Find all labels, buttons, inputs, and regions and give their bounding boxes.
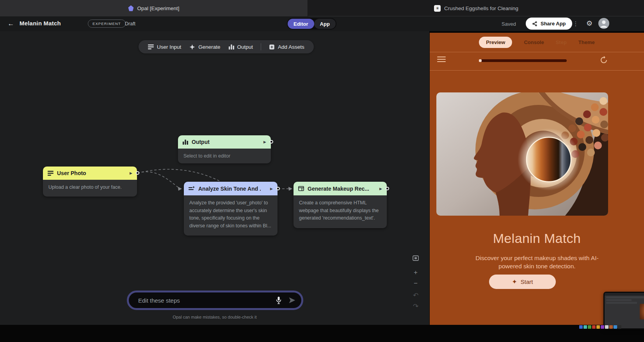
thumbnail-content [606, 296, 644, 298]
mic-icon[interactable] [275, 296, 283, 305]
divider [430, 70, 644, 71]
share-icon [532, 21, 537, 27]
app-header: ← Melanin Match EXPERIMENT Draft Editor … [0, 16, 644, 31]
tab-console[interactable]: Console [524, 39, 544, 45]
tab-title: Opal [Experiment] [137, 5, 179, 11]
start-label: Start [521, 278, 533, 285]
node-user-photo[interactable]: User Photo ▶ Upload a clear photo of you… [43, 167, 137, 197]
progress-handle[interactable] [479, 59, 482, 62]
bottom-black-band [0, 325, 644, 342]
send-icon[interactable] [288, 296, 296, 304]
thumbnail-color-strip [579, 325, 621, 329]
node-output[interactable]: Output ▶ Select to edit in editor [178, 135, 271, 163]
saved-status: Saved [502, 21, 516, 27]
disclaimer-text: Opal can make mistakes, so double-check … [0, 315, 429, 319]
run-node-icon[interactable]: ▶ [270, 187, 273, 191]
chatgpt-logo-icon: ✳ [434, 5, 441, 12]
node-title: Generate Makeup Rec... [308, 186, 369, 192]
node-description: Analyze the provided 'user_photo' to acc… [184, 195, 278, 236]
composer-input[interactable]: Edit these steps [138, 297, 275, 304]
node-description: Create a comprehensive HTML webpage that… [294, 195, 387, 228]
reload-icon[interactable] [599, 55, 608, 65]
tab-step[interactable]: Step [556, 39, 567, 45]
tab-app[interactable]: App [314, 19, 336, 29]
text-magic-icon [189, 186, 195, 191]
app-preview-title: Melanin Match [430, 231, 644, 246]
browser-tab-chatgpt[interactable]: ✳ Crushed Eggshells for Cleaning [308, 0, 644, 16]
tab-theme[interactable]: Theme [578, 39, 595, 45]
node-title: Output [192, 139, 210, 145]
output-port[interactable] [276, 187, 280, 190]
screen-thumbnail[interactable] [603, 292, 644, 330]
run-node-icon[interactable]: ▶ [379, 187, 382, 191]
progress-bar[interactable] [479, 59, 567, 62]
menu-hamburger-icon[interactable] [437, 57, 446, 64]
fit-view-icon[interactable] [411, 253, 421, 263]
composer-bar[interactable]: Edit these steps [127, 291, 303, 310]
browser-tab-strip: Opal [Experiment] ✳ Crushed Eggshells fo… [0, 0, 644, 16]
tab-editor[interactable]: Editor [288, 19, 314, 29]
run-node-icon[interactable]: ▶ [263, 140, 266, 144]
editor-app-toggle: Editor App [287, 18, 336, 30]
share-app-button[interactable]: Share App [526, 18, 572, 30]
start-button[interactable]: ✦ Start [489, 275, 556, 289]
zoom-in-icon[interactable]: + [411, 268, 421, 277]
thumbnail-content [606, 302, 637, 304]
experiment-badge: EXPERIMENT [88, 19, 126, 28]
preview-panel-tabs: Preview Console Step Theme [430, 33, 644, 52]
divider [430, 52, 644, 52]
thumbnail-titlebar [605, 293, 644, 296]
node-description: Select to edit in editor [178, 149, 271, 163]
zoom-out-icon[interactable]: − [411, 279, 421, 288]
gear-icon[interactable]: ⚙ [585, 18, 594, 28]
kebab-menu-icon[interactable]: ⋮ [571, 19, 580, 29]
share-label: Share App [541, 21, 566, 27]
thumbnail-hero-image [640, 304, 644, 319]
opal-favicon-icon [128, 5, 133, 11]
sparkle-icon: ✦ [512, 278, 517, 285]
flow-canvas[interactable]: User Input Generate Output Add Assets [0, 31, 429, 325]
draft-status: Draft [125, 21, 135, 27]
output-port[interactable] [270, 140, 273, 144]
output-port[interactable] [386, 187, 389, 190]
person-icon [598, 18, 609, 29]
back-arrow-icon[interactable]: ← [6, 19, 16, 28]
node-description: Upload a clear photo of your face. [43, 180, 137, 197]
redo-icon[interactable]: ↷ [411, 302, 421, 311]
undo-icon[interactable]: ↶ [411, 291, 421, 300]
browser-tab-opal[interactable]: Opal [Experiment] [0, 0, 308, 16]
node-generate-makeup[interactable]: Generate Makeup Rec... ▶ Create a compre… [294, 182, 387, 228]
app-title: Melanin Match [20, 20, 61, 27]
output-port[interactable] [136, 171, 139, 175]
run-node-icon[interactable]: ▶ [130, 171, 132, 175]
avatar[interactable] [598, 18, 609, 29]
node-title: Analyze Skin Tone And ... [198, 186, 261, 192]
webpage-icon [298, 186, 304, 191]
tab-preview[interactable]: Preview [479, 37, 512, 48]
app-preview-subtitle: Discover your perfect makeup shades with… [473, 254, 601, 271]
node-title: User Photo [57, 170, 86, 176]
hero-image [436, 92, 608, 216]
thumbnail-content [606, 299, 632, 301]
preview-panel: Preview Console Step Theme [430, 33, 644, 325]
tab-title: Crushed Eggshells for Cleaning [444, 5, 518, 11]
node-analyze-skin-tone[interactable]: Analyze Skin Tone And ... ▶ Analyze the … [184, 182, 278, 236]
user-input-icon [48, 171, 53, 176]
output-icon [183, 140, 188, 145]
